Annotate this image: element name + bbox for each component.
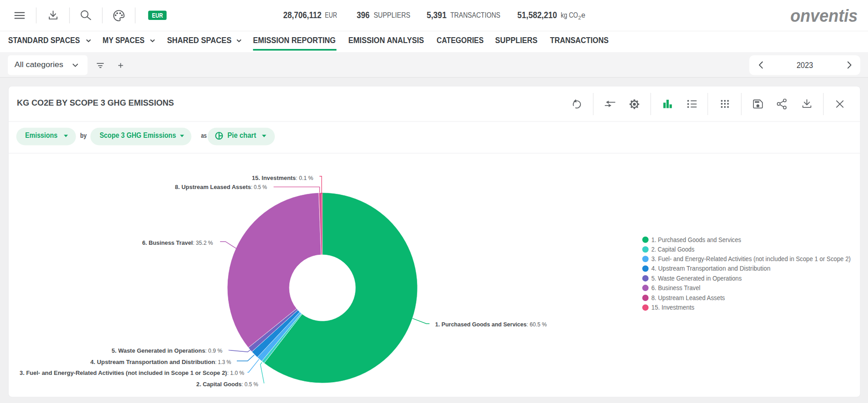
svg-text:as: as (201, 131, 207, 139)
svg-text:6. Business Travel: 6. Business Travel (142, 239, 193, 246)
svg-text:28,706,112: 28,706,112 (283, 10, 321, 20)
svg-text:MY SPACES: MY SPACES (103, 36, 145, 45)
svg-text:SUPPLIERS: SUPPLIERS (374, 11, 410, 19)
svg-text:kg CO: kg CO (561, 11, 578, 19)
svg-text:: 0.9 %: : 0.9 % (205, 347, 222, 354)
svg-text:Pie chart: Pie chart (227, 131, 256, 139)
svg-text:1. Purchased Goods and Service: 1. Purchased Goods and Services (435, 321, 527, 328)
svg-text:EMISSION REPORTING: EMISSION REPORTING (253, 36, 336, 45)
svg-text:5. Waste Generated in Operatio: 5. Waste Generated in Operations (112, 347, 206, 354)
svg-text:: 0.5 %: : 0.5 % (251, 184, 267, 190)
svg-text:3. Fuel- and Energy-Related Ac: 3. Fuel- and Energy-Related Activities (… (19, 369, 227, 376)
svg-text:Emissions: Emissions (25, 131, 58, 139)
svg-text:2023: 2023 (796, 60, 813, 70)
svg-text:396: 396 (357, 10, 369, 20)
svg-text:All categories: All categories (14, 60, 63, 69)
svg-text:: 0.5 %: : 0.5 % (242, 381, 259, 388)
svg-text:SHARED SPACES: SHARED SPACES (167, 36, 232, 45)
svg-text:3. Fuel- and Energy-Related Ac: 3. Fuel- and Energy-Related Activities (… (651, 255, 850, 262)
svg-text:15. Investments: 15. Investments (651, 304, 694, 311)
svg-text:: 0.1 %: : 0.1 % (296, 175, 313, 181)
svg-text:51,582,210: 51,582,210 (518, 10, 557, 20)
svg-text:8. Upstream Leased Assets: 8. Upstream Leased Assets (175, 184, 251, 190)
svg-text:STANDARD SPACES: STANDARD SPACES (8, 36, 80, 45)
svg-text:EMISSION ANALYSIS: EMISSION ANALYSIS (348, 36, 424, 45)
svg-text:CATEGORIES: CATEGORIES (436, 36, 484, 45)
svg-text:by: by (80, 131, 87, 139)
svg-text:TRANSACTIONS: TRANSACTIONS (450, 11, 500, 19)
svg-text:4. Upstream Transportation and: 4. Upstream Transportation and Distribut… (91, 359, 216, 365)
svg-text:5,391: 5,391 (427, 10, 446, 20)
svg-text:4. Upstream Transportation and: 4. Upstream Transportation and Distribut… (651, 265, 770, 272)
svg-text:: 60.5 %: : 60.5 % (527, 321, 547, 328)
svg-text:EUR: EUR (325, 11, 337, 19)
svg-text:2. Capital Goods: 2. Capital Goods (197, 381, 242, 388)
svg-text:Scope 3 GHG Emissions: Scope 3 GHG Emissions (100, 131, 176, 139)
svg-text:1. Purchased Goods and Service: 1. Purchased Goods and Services (651, 236, 741, 243)
svg-text:onventis: onventis (790, 6, 858, 25)
svg-text:SUPPLIERS: SUPPLIERS (495, 36, 538, 45)
svg-text:KG CO2E BY SCOPE 3 GHG EMISSIO: KG CO2E BY SCOPE 3 GHG EMISSIONS (17, 98, 174, 107)
svg-text:15. Investments: 15. Investments (252, 175, 296, 181)
svg-text:: 1.3 %: : 1.3 % (215, 359, 231, 365)
svg-text:EUR: EUR (152, 11, 163, 19)
svg-text:6. Business Travel: 6. Business Travel (651, 284, 700, 291)
svg-text:: 1.0 %: : 1.0 % (227, 369, 244, 376)
svg-text:: 35.2 %: : 35.2 % (193, 239, 213, 246)
svg-text:5. Waste Generated in Operatio: 5. Waste Generated in Operations (651, 275, 742, 282)
svg-text:8. Upstream Leased Assets: 8. Upstream Leased Assets (651, 294, 725, 301)
svg-text:2. Capital Goods: 2. Capital Goods (651, 246, 694, 253)
svg-text:TRANSACTIONS: TRANSACTIONS (550, 36, 609, 45)
svg-text:2: 2 (578, 15, 581, 20)
svg-text:e: e (581, 11, 585, 19)
